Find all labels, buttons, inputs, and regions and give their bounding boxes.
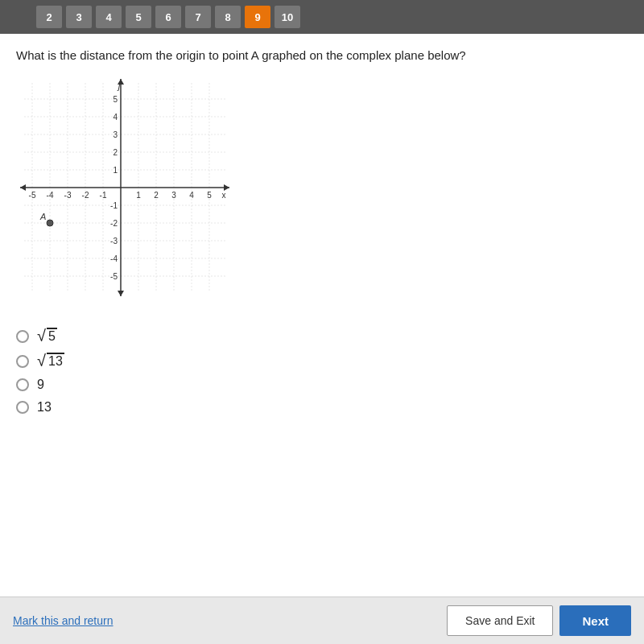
svg-point-48: [47, 220, 53, 226]
answer-choices: √5 √13 9 13: [16, 328, 628, 415]
next-button[interactable]: Next: [559, 605, 631, 636]
svg-text:-2: -2: [82, 191, 89, 200]
graph-container: -5 -4 -3 -2 -1 1 2 3 4 5 x 5 4 3 2 1 -1 …: [16, 75, 242, 308]
radio-a[interactable]: [16, 330, 29, 343]
footer: Mark this and return Save and Exit Next: [0, 597, 644, 644]
svg-text:-4: -4: [110, 254, 118, 263]
svg-text:-3: -3: [110, 237, 118, 246]
svg-marker-21: [224, 184, 229, 191]
save-exit-button[interactable]: Save and Exit: [447, 605, 553, 636]
question-text: What is the distance from the origin to …: [16, 47, 628, 64]
footer-buttons: Save and Exit Next: [447, 605, 631, 636]
svg-marker-25: [118, 291, 124, 296]
choice-d[interactable]: 13: [16, 400, 628, 415]
svg-text:x: x: [222, 191, 226, 200]
svg-text:-5: -5: [110, 272, 118, 281]
svg-text:-2: -2: [110, 219, 118, 228]
svg-marker-22: [20, 184, 26, 191]
nav-item-10[interactable]: 10: [275, 6, 300, 28]
svg-text:-1: -1: [100, 191, 107, 200]
svg-text:-1: -1: [110, 201, 118, 210]
svg-text:5: 5: [113, 95, 118, 104]
nav-item-8[interactable]: 8: [215, 6, 241, 28]
radio-b[interactable]: [16, 355, 29, 368]
top-navigation: 1 2 3 4 5 6 7 8 9 10: [0, 0, 644, 34]
choice-c-label: 9: [37, 378, 44, 392]
choice-a[interactable]: √5: [16, 328, 628, 345]
nav-item-7[interactable]: 7: [185, 6, 211, 28]
choice-c[interactable]: 9: [16, 378, 628, 392]
complex-plane-graph: -5 -4 -3 -2 -1 1 2 3 4 5 x 5 4 3 2 1 -1 …: [16, 75, 242, 308]
nav-item-2[interactable]: 2: [36, 6, 62, 28]
svg-text:5: 5: [207, 191, 212, 200]
nav-item-3[interactable]: 3: [66, 6, 92, 28]
svg-text:2: 2: [113, 148, 118, 157]
nav-item-6[interactable]: 6: [155, 6, 181, 28]
svg-text:-3: -3: [64, 191, 72, 200]
nav-item-4[interactable]: 4: [96, 6, 122, 28]
svg-text:2: 2: [154, 191, 159, 200]
main-content: What is the distance from the origin to …: [0, 34, 644, 597]
mark-return-link[interactable]: Mark this and return: [13, 614, 114, 627]
svg-text:-5: -5: [29, 191, 36, 200]
choice-d-label: 13: [37, 400, 52, 415]
svg-text:4: 4: [113, 113, 118, 122]
svg-text:1: 1: [136, 191, 141, 200]
svg-text:3: 3: [113, 130, 118, 139]
nav-item-5[interactable]: 5: [126, 6, 151, 28]
radio-d[interactable]: [16, 401, 29, 414]
radio-c[interactable]: [16, 378, 29, 391]
choice-b[interactable]: √13: [16, 353, 628, 369]
nav-item-9[interactable]: 9: [245, 6, 270, 28]
svg-text:3: 3: [171, 191, 176, 200]
svg-text:-4: -4: [47, 191, 54, 200]
svg-text:A: A: [39, 212, 46, 221]
svg-text:1: 1: [113, 166, 118, 175]
choice-b-label: √13: [37, 353, 64, 369]
svg-text:j: j: [117, 81, 121, 91]
choice-a-label: √5: [37, 328, 57, 345]
svg-text:4: 4: [189, 191, 194, 200]
